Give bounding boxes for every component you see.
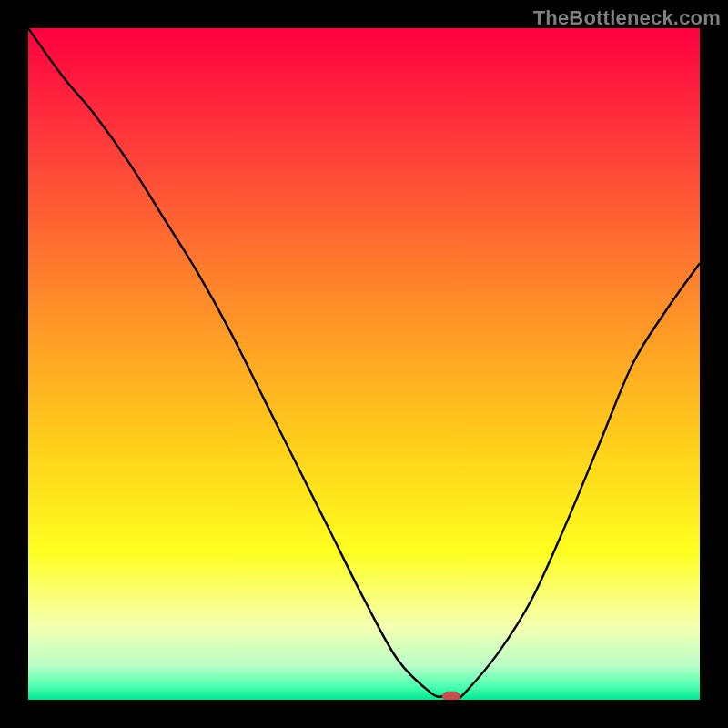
watermark-text: TheBottleneck.com xyxy=(533,6,721,30)
bottleneck-curve-plot xyxy=(28,28,700,700)
chart-container: TheBottleneck.com xyxy=(0,0,728,728)
optimum-marker xyxy=(442,692,460,700)
